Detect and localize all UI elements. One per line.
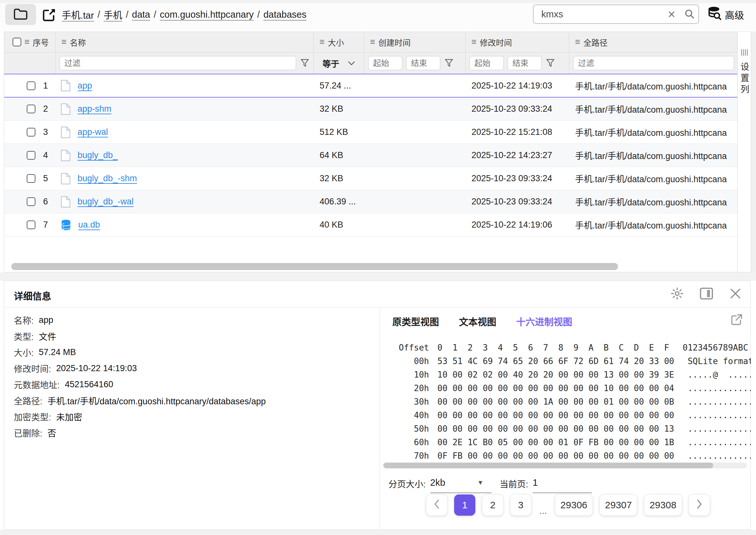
table-row[interactable]: 6 bugly_db_-wal 406.39 ... 2025-10-23 09… — [4, 190, 751, 213]
breadcrumb-link[interactable]: databases — [263, 9, 306, 20]
page-button-29306[interactable]: 29306 — [555, 494, 593, 516]
file-path: 手机.tar/手机/data/com.guoshi.httpcana — [575, 126, 727, 138]
page-button-29308[interactable]: 29308 — [644, 494, 682, 516]
page-button-2[interactable]: 2 — [482, 494, 503, 516]
header-size[interactable]: ≡ 大小 — [314, 32, 364, 52]
table-row[interactable]: 7 ua.db 40 KB 2025-10-22 14:19:06 手机.tar… — [4, 213, 751, 237]
row-checkbox[interactable] — [27, 128, 35, 136]
breadcrumb-link[interactable]: 手机.tar — [62, 8, 94, 21]
file-link[interactable]: app — [77, 81, 92, 91]
split-view-button[interactable] — [699, 287, 714, 301]
table-row[interactable]: 4 bugly_db_ 64 KB 2025-10-22 14:23:27 手机… — [4, 144, 751, 167]
table-row[interactable]: 3 app-wal 512 KB 2025-10-22 15:21:08 手机.… — [4, 121, 751, 144]
file-link[interactable]: bugly_db_ — [77, 150, 118, 160]
edit-path-button[interactable] — [41, 7, 57, 24]
detail-field: 修改时间: 2025-10-22 14:19:03 — [14, 360, 266, 376]
close-icon — [729, 287, 742, 301]
close-icon: × — [668, 8, 675, 21]
scrollbar-thumb[interactable] — [11, 263, 618, 270]
name-filter-input[interactable] — [60, 56, 296, 70]
hex-line: 30h 00 00 00 00 00 00 00 1A 00 00 00 01 … — [388, 395, 751, 408]
created-end-input[interactable] — [406, 56, 440, 70]
breadcrumb-link[interactable]: data — [132, 9, 150, 20]
column-menu-icon: ≡ — [24, 38, 30, 46]
file-modified: 2025-10-22 14:19:03 — [471, 81, 552, 91]
gear-icon — [670, 287, 684, 301]
file-size: 57.24 ... — [320, 81, 351, 91]
file-link[interactable]: app-wal — [77, 127, 108, 137]
current-page-input[interactable]: 1 — [533, 477, 592, 493]
tab-active[interactable]: 十六进制视图 — [516, 315, 572, 328]
hex-horizontal-scrollbar[interactable] — [383, 463, 747, 468]
select-all-checkbox[interactable] — [13, 38, 21, 46]
table-filter-row: 等于 — [4, 52, 751, 74]
header-path[interactable]: ≡ 全路径 — [569, 32, 738, 52]
open-external-button[interactable] — [730, 313, 743, 327]
size-operator-select[interactable]: 等于 — [322, 57, 355, 69]
pager: 123...293062930729308 — [426, 494, 710, 516]
row-checkbox[interactable] — [27, 174, 35, 183]
header-created[interactable]: ≡ 创建时间 — [364, 32, 466, 52]
file-modified: 2025-10-23 09:33:24 — [471, 197, 552, 207]
row-checkbox[interactable] — [27, 220, 35, 229]
close-panel-button[interactable] — [729, 287, 742, 301]
hex-offset: 20h — [388, 383, 429, 393]
column-settings-strip[interactable]: 设置列 — [737, 32, 751, 272]
hex-ascii: ............. — [688, 451, 751, 461]
field-label: 名称: — [14, 314, 34, 326]
file-table: ≡ 序号 ≡ 名称 ≡ 大小 ≡ 创建时间 ≡ 修改时间 ≡ 全路径 — [4, 32, 751, 272]
filter-funnel-icon[interactable] — [546, 58, 555, 68]
prev-page-button[interactable] — [426, 494, 447, 516]
row-checkbox[interactable] — [27, 151, 35, 160]
search-submit-button[interactable] — [681, 5, 699, 23]
header-name[interactable]: ≡ 名称 — [56, 32, 314, 52]
advanced-search-button[interactable]: 高级 — [707, 5, 744, 24]
row-checkbox[interactable] — [27, 197, 35, 206]
search-clear-button[interactable]: × — [663, 5, 681, 23]
folder-button[interactable] — [5, 4, 36, 25]
file-link[interactable]: app-shm — [77, 104, 111, 114]
table-row[interactable]: 2 app-shm 32 KB 2025-10-23 09:33:24 手机.t… — [4, 98, 751, 121]
breadcrumb-separator: / — [122, 9, 132, 20]
modified-end-input[interactable] — [508, 56, 542, 70]
file-link[interactable]: ua.db — [78, 220, 100, 230]
file-size: 406.39 ... — [320, 197, 356, 207]
header-modified[interactable]: ≡ 修改时间 — [466, 32, 569, 52]
folder-icon — [13, 8, 28, 21]
row-index: 1 — [43, 81, 48, 91]
scrollbar-thumb[interactable] — [383, 463, 713, 468]
path-filter-input[interactable] — [573, 56, 734, 70]
page-button-29307[interactable]: 29307 — [600, 494, 637, 516]
search-icon — [684, 8, 695, 20]
settings-button[interactable] — [670, 287, 684, 301]
hex-bytes: 53 51 4C 69 74 65 20 66 6F 72 6D 61 74 2… — [437, 356, 674, 366]
row-checkbox[interactable] — [27, 105, 35, 113]
file-link[interactable]: bugly_db_-wal — [77, 197, 133, 207]
created-start-input[interactable] — [368, 56, 402, 70]
table-horizontal-scrollbar[interactable] — [7, 262, 741, 271]
table-vertical-scrollbar[interactable] — [751, 32, 756, 272]
filter-funnel-icon[interactable] — [444, 58, 454, 68]
page-button-3[interactable]: 3 — [510, 494, 531, 516]
page-button-1[interactable]: 1 — [454, 494, 475, 516]
next-page-button[interactable] — [689, 494, 710, 516]
advanced-search-label: 高级 — [725, 7, 744, 21]
file-modified: 2025-10-23 09:33:24 — [471, 104, 552, 114]
modified-start-input[interactable] — [469, 56, 504, 70]
breadcrumb-link[interactable]: 手机 — [104, 8, 122, 21]
tab-inactive[interactable]: 文本视图 — [459, 315, 496, 328]
page-size-select[interactable]: 2kb ▼ — [430, 477, 491, 493]
table-row[interactable]: 5 bugly_db_-shm 32 KB 2025-10-23 09:33:2… — [4, 167, 751, 190]
search-input[interactable] — [534, 9, 663, 20]
tab-inactive[interactable]: 原类型视图 — [392, 315, 439, 328]
row-checkbox[interactable] — [27, 81, 35, 90]
file-detail-fields: 名称: app 类型: 文件 大小: 57.24 MB 修改时间: 2025-1… — [14, 312, 266, 441]
column-menu-icon: ≡ — [471, 38, 477, 46]
table-row[interactable]: 1 app 57.24 ... 2025-10-22 14:19:03 手机.t… — [4, 74, 751, 98]
file-link[interactable]: bugly_db_-shm — [77, 174, 137, 183]
file-path: 手机.tar/手机/data/com.guoshi.httpcana — [575, 149, 727, 162]
header-index[interactable]: ≡ 序号 — [4, 32, 56, 52]
breadcrumb-link[interactable]: com.guoshi.httpcanary — [160, 9, 254, 20]
chevron-down-icon — [348, 58, 355, 68]
filter-funnel-icon[interactable] — [300, 58, 310, 68]
